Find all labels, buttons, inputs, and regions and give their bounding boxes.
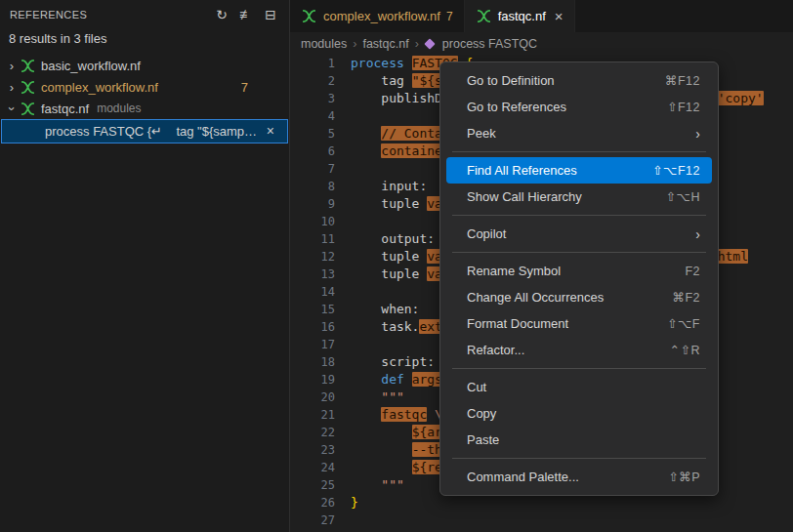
line-number[interactable]: 25 [290,476,349,494]
menu-item-rename-symbol[interactable]: Rename SymbolF2 [440,258,718,284]
tree-item-basic-workflow-nf[interactable]: ›basic_workflow.nf [0,55,289,76]
chevron-down-icon[interactable]: › [5,101,20,116]
code-segment: when: [351,302,419,316]
tree-item-complex-workflow-nf[interactable]: ›complex_workflow.nf7 [0,76,289,98]
breadcrumb: modules›fastqc.nf›process FASTQC [290,32,793,55]
nextflow-icon [301,9,317,24]
code-segment: tuple [351,249,427,264]
breadcrumb-item-modules[interactable]: modules [301,37,347,51]
chevron-right-icon[interactable]: › [4,59,20,73]
menu-item-label: Command Palette... [467,470,579,484]
menu-item-paste[interactable]: Paste [440,427,718,453]
code-segment: """ [381,389,403,404]
breadcrumb-item-fastqc-nf[interactable]: fastqc.nf [362,37,408,51]
line-number[interactable]: 11 [290,230,349,248]
tab-complex-workflow-nf[interactable]: complex_workflow.nf7 [290,0,465,32]
menu-shortcut: ⌘F2 [672,290,700,305]
menu-item-label: Refactor... [467,343,524,357]
line-number[interactable]: 19 [290,371,349,389]
code-segment: fastqc [381,407,427,422]
line-number[interactable]: 10 [290,213,349,230]
line-number[interactable]: 14 [290,283,349,301]
code-line[interactable]: 26} [290,494,793,512]
menu-item-peek[interactable]: Peek› [440,120,718,146]
menu-item-label: Paste [467,432,499,447]
line-number[interactable]: 22 [290,424,349,441]
tab-label: fastqc.nf [498,9,546,23]
code-segment: output: [351,231,435,246]
menu-item-command-palette[interactable]: Command Palette...⇧⌘P [440,464,718,490]
menu-item-label: Peek [467,126,496,141]
line-number[interactable]: 4 [290,107,349,125]
menu-item-copilot[interactable]: Copilot› [440,221,718,247]
menu-item-go-to-definition[interactable]: Go to Definition⌘F12 [440,67,718,94]
line-number[interactable]: 15 [290,301,349,318]
chevron-right-icon[interactable]: › [4,80,20,95]
tab-fastqc-nf[interactable]: fastqc.nf× [465,0,575,32]
menu-separator [452,215,706,216]
close-tab-icon[interactable]: × [555,8,563,24]
tree-item-fastqc-nf[interactable]: ›fastqc.nfmodules [0,98,289,119]
menu-shortcut: ⇧⌥F [667,316,700,331]
references-panel-header: REFERENCES ↻≢⊟ [0,0,289,29]
menu-shortcut: ⇧⌥F12 [652,163,700,178]
menu-item-find-all-references[interactable]: Find All References⇧⌥F12 [446,157,712,184]
line-number[interactable]: 21 [290,406,349,424]
breadcrumb-separator: › [353,37,356,51]
line-number[interactable]: 18 [290,353,349,371]
line-number[interactable]: 1 [290,55,349,72]
code-segment [351,143,381,158]
collapse-all-icon[interactable]: ⊟ [262,6,279,23]
code-text: """ [351,389,404,406]
code-segment: script: [351,354,435,369]
dismiss-reference-icon[interactable]: × [267,123,274,139]
panel-title: REFERENCES [10,9,87,20]
code-text: input: [351,178,427,195]
line-number[interactable]: 16 [290,318,349,336]
code-line[interactable]: 27 [290,512,793,529]
line-number[interactable]: 2 [290,72,349,90]
line-number[interactable]: 3 [290,90,349,107]
menu-item-label: Change All Occurrences [467,290,604,305]
menu-item-change-all-occurrences[interactable]: Change All Occurrences⌘F2 [440,284,718,310]
tab-bar: complex_workflow.nf7fastqc.nf× [290,0,793,32]
file-label: fastqc.nf [41,102,89,116]
submenu-arrow-icon: › [695,226,700,242]
code-text: when: [351,301,419,318]
menu-separator [452,252,706,253]
line-number[interactable]: 12 [290,248,349,266]
menu-item-refactor[interactable]: Refactor...⌃⇧R [440,337,718,363]
line-number[interactable]: 27 [290,512,349,529]
code-text: output: [351,230,435,248]
line-number[interactable]: 5 [290,125,349,143]
line-number[interactable]: 13 [290,266,349,283]
line-number[interactable]: 7 [290,160,349,178]
reference-result[interactable]: process FASTQC {↵ tag "${samp…× [1,119,288,143]
code-text: script: [351,353,435,371]
menu-item-go-to-references[interactable]: Go to References⇧F12 [440,94,718,120]
clear-all-icon[interactable]: ≢ [237,6,255,23]
code-segment [351,126,381,141]
menu-item-show-call-hierarchy[interactable]: Show Call Hierarchy⇧⌥H [440,184,718,210]
refresh-icon[interactable]: ↻ [213,6,230,23]
menu-separator [452,368,706,369]
menu-item-cut[interactable]: Cut [440,374,718,400]
menu-item-label: Go to References [467,100,566,114]
line-number[interactable]: 26 [290,494,349,512]
file-label: complex_workflow.nf [41,80,158,95]
code-segment: tuple [351,196,427,211]
line-number[interactable]: 24 [290,459,349,476]
reference-text: process FASTQC {↵ tag "${samp… [45,124,257,139]
line-number[interactable]: 8 [290,178,349,195]
code-text: """ [351,476,404,494]
line-number[interactable]: 20 [290,389,349,406]
menu-item-label: Go to Definition [467,73,555,88]
line-number[interactable]: 17 [290,336,349,353]
line-number[interactable]: 23 [290,441,349,459]
breadcrumb-item-process-fastqc[interactable]: process FASTQC [442,37,537,51]
line-number[interactable]: 6 [290,143,349,160]
menu-item-copy[interactable]: Copy [440,400,718,427]
line-number[interactable]: 9 [290,195,349,213]
code-segment: tag [351,73,412,88]
menu-item-format-document[interactable]: Format Document⇧⌥F [440,310,718,337]
